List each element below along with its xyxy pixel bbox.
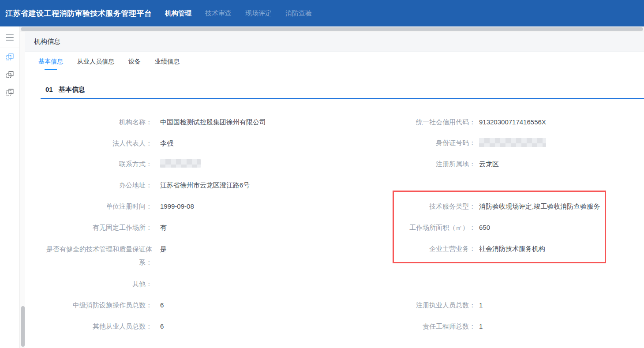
field-label-main-business: 企业主营业务： xyxy=(369,244,476,253)
field-label-registration-date: 单位注册时间： xyxy=(45,202,152,211)
vertical-scrollbar[interactable] xyxy=(20,32,25,348)
tab-basic-info[interactable]: 基本信息 xyxy=(38,58,63,70)
field-value-main-business: 社会消防技术服务机构 xyxy=(479,244,545,253)
nav-item-fire-inspection[interactable]: 消防查验 xyxy=(285,9,312,18)
field-label-contact: 联系方式： xyxy=(45,159,152,168)
field-value-responsible-engineers-count: 1 xyxy=(479,322,483,331)
field-label-other-staff-count: 其他从业人员总数： xyxy=(45,322,152,331)
field-value-contact-redacted xyxy=(160,159,201,168)
field-label-credit-code: 统一社会信用代码： xyxy=(369,117,476,127)
top-nav: 机构管理 技术审查 现场评定 消防查验 xyxy=(165,0,312,26)
horizontal-scrollbar[interactable] xyxy=(20,26,644,32)
field-value-registration-date: 1999-09-08 xyxy=(160,202,194,211)
sidebar-item-window-1[interactable] xyxy=(0,48,20,66)
page-title: 机构信息 xyxy=(34,37,60,46)
field-label-office-address: 办公地址： xyxy=(45,180,152,190)
platform-title: 江苏省建设工程消防审验技术服务管理平台 xyxy=(5,8,152,19)
top-header: 江苏省建设工程消防审验技术服务管理平台 机构管理 技术审查 现场评定 消防查验 xyxy=(0,0,644,26)
field-label-mid-operators-count: 中级消防设施操作员总数： xyxy=(45,300,152,310)
field-value-id-number-redacted xyxy=(479,138,546,147)
field-value-mid-operators-count: 6 xyxy=(160,300,164,310)
field-value-workplace-area: 650 xyxy=(479,223,490,232)
section-number: 01 xyxy=(45,86,53,94)
nav-item-tech-review[interactable]: 技术审查 xyxy=(205,9,232,18)
section-divider-line xyxy=(41,98,644,99)
window-icon xyxy=(6,53,14,61)
field-value-legal-rep: 李强 xyxy=(160,138,173,148)
page-title-bar: 机构信息 xyxy=(25,32,644,52)
field-value-fixed-workplace: 有 xyxy=(160,223,167,232)
vertical-scrollbar-thumb[interactable] xyxy=(21,306,25,347)
field-label-workplace-area: 工作场所面积（㎡）： xyxy=(369,223,476,232)
field-label-registered-practitioners-count: 注册执业人员总数： xyxy=(369,300,476,310)
left-sidebar xyxy=(0,26,20,348)
nav-item-site-assessment[interactable]: 现场评定 xyxy=(245,9,272,18)
field-label-fixed-workplace: 有无固定工作场所： xyxy=(45,223,152,232)
field-label-org-name: 机构名称： xyxy=(45,117,152,127)
field-value-registered-district: 云龙区 xyxy=(479,159,499,168)
tab-performance-info[interactable]: 业绩信息 xyxy=(155,58,180,70)
window-icon xyxy=(6,71,14,79)
field-label-quality-system: 是否有健全的技术管理和质量保证体系： xyxy=(45,243,152,269)
window-icon xyxy=(6,89,14,96)
tab-bar: 基本信息 从业人员信息 设备 业绩信息 xyxy=(38,58,180,70)
field-value-service-type: 消防验收现场评定,竣工验收消防查验服务 xyxy=(479,202,600,211)
nav-item-org-management[interactable]: 机构管理 xyxy=(165,9,191,18)
field-label-service-type: 技术服务类型： xyxy=(369,202,476,211)
tab-personnel-info[interactable]: 从业人员信息 xyxy=(77,58,114,70)
horizontal-scrollbar-thumb[interactable] xyxy=(21,27,643,31)
field-value-office-address: 江苏省徐州市云龙区澄江路6号 xyxy=(160,180,250,190)
field-value-credit-code: 91320300717416556X xyxy=(479,117,546,127)
field-value-quality-system: 是 xyxy=(160,244,167,254)
field-label-id-number: 身份证号码： xyxy=(369,138,476,147)
field-label-legal-rep: 法人代表人： xyxy=(45,138,152,148)
sidebar-item-window-3[interactable] xyxy=(0,83,20,101)
field-label-other: 其他： xyxy=(45,279,152,288)
sidebar-item-window-2[interactable] xyxy=(0,66,20,83)
section-title: 基本信息 xyxy=(59,86,85,94)
field-value-registered-practitioners-count: 1 xyxy=(479,300,483,310)
field-value-org-name: 中国国检测试控股集团徐州有限公司 xyxy=(160,117,266,127)
field-label-registered-district: 注册所属地： xyxy=(369,159,476,168)
tab-equipment[interactable]: 设备 xyxy=(128,58,141,70)
field-label-responsible-engineers-count: 责任工程师总数： xyxy=(369,322,476,331)
app-window: 江苏省建设工程消防审验技术服务管理平台 机构管理 技术审查 现场评定 消防查验 xyxy=(0,0,644,348)
menu-collapse-icon[interactable] xyxy=(6,34,14,41)
section-heading: 01 基本信息 xyxy=(45,86,85,94)
field-value-other-staff-count: 6 xyxy=(160,322,164,331)
